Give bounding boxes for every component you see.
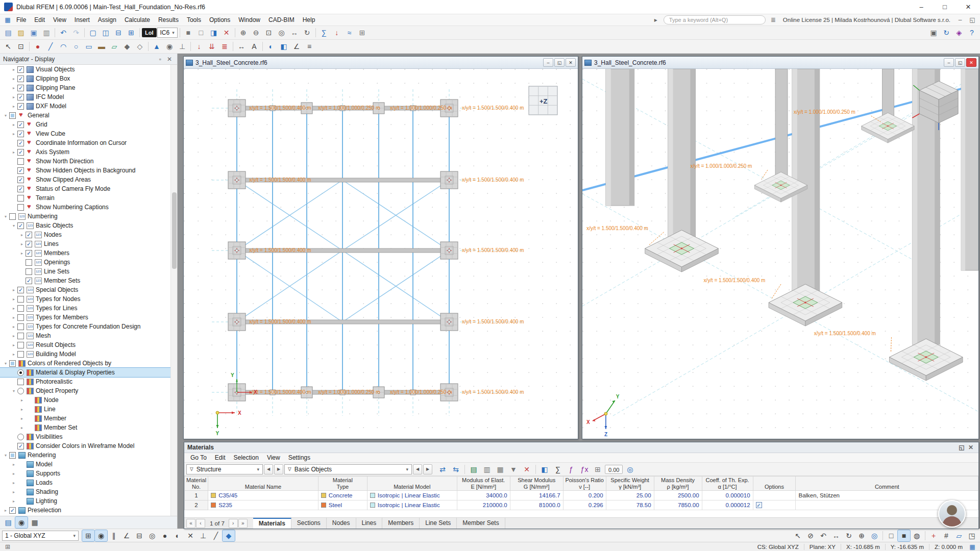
objects-filter-combo[interactable]: ∇ Basic Objects ▾ (284, 464, 412, 474)
materials-menu-edit[interactable]: Edit (211, 453, 230, 462)
checkbox[interactable] (17, 204, 24, 211)
zoom-in-icon[interactable]: ⊕ (237, 27, 250, 38)
tree-item-basic-objects[interactable]: ▾✓Basic Objects (0, 221, 177, 230)
circle-tool-icon[interactable]: ○ (70, 41, 82, 52)
table-follow-selection-icon[interactable]: ⇄ (436, 464, 449, 475)
expander-icon[interactable]: ▾ (2, 361, 9, 366)
orbit-icon[interactable]: ↻ (301, 27, 313, 38)
checkbox[interactable]: ✓ (17, 131, 24, 137)
tree-item-lighting[interactable]: ▸Lighting (0, 496, 177, 506)
navigator-close-icon[interactable]: ✕ (165, 56, 174, 63)
table-views-icon[interactable]: ▦ (494, 464, 506, 475)
checkbox[interactable]: ✓ (17, 66, 24, 73)
column-header-material-name[interactable]: Material Name (208, 477, 318, 491)
navigator-scrollbar[interactable] (170, 65, 177, 516)
checkbox[interactable] (26, 268, 32, 275)
tree-item-shading[interactable]: ▸Shading (0, 487, 177, 496)
expander-icon[interactable]: ▸ (10, 306, 17, 311)
tree-item-special-objects[interactable]: ▸✓Special Objects (0, 285, 177, 294)
transparent-display-icon[interactable]: ◍ (911, 530, 923, 541)
cell-type[interactable]: Concrete (318, 491, 367, 500)
expander-icon[interactable]: ▸ (10, 95, 17, 99)
prev-filter-button[interactable]: ◀ (264, 464, 273, 474)
tree-item-numbering[interactable]: ▾Numbering (0, 212, 177, 221)
cell-name[interactable]: C35/45 (208, 491, 318, 500)
next-table-button[interactable]: ▶ (423, 464, 432, 474)
snap-toggle-icon[interactable]: ◉ (95, 530, 107, 541)
search-options-icon[interactable]: ≣ (769, 16, 778, 23)
checkbox[interactable] (17, 195, 24, 202)
column-header-g-n-mm[interactable]: Shear ModulusG [N/mm²] (510, 477, 563, 491)
show-axes-icon[interactable]: + (927, 530, 940, 541)
expander-icon[interactable]: ▸ (18, 233, 26, 237)
cell-comment[interactable]: Balken, Stützen (796, 491, 978, 500)
free-load-icon[interactable]: ≣ (218, 41, 231, 52)
expander-icon[interactable]: ▸ (10, 352, 17, 357)
tree-item-grid[interactable]: ▸✓Grid (0, 120, 177, 129)
expander-icon[interactable]: ▸ (10, 490, 17, 494)
rectangle-tool-icon[interactable]: ▭ (83, 41, 95, 52)
checkbox[interactable]: ✓ (17, 94, 24, 101)
cell-alpha[interactable]: 0.000012 (702, 500, 753, 510)
menu-item-file[interactable]: File (12, 14, 30, 26)
save-icon[interactable]: ▣ (28, 27, 40, 38)
tree-item-line[interactable]: ▸Line (0, 405, 177, 414)
sum-icon[interactable]: ∑ (552, 464, 564, 475)
checkbox[interactable] (17, 379, 24, 385)
tree-item-member[interactable]: ▸Member (0, 414, 177, 423)
zoom-view-icon[interactable]: ⊕ (855, 530, 868, 541)
expander-icon[interactable]: ▸ (18, 407, 26, 412)
display-settings-icon[interactable]: ≡ (303, 41, 315, 52)
viewport1-close-button[interactable]: ✕ (566, 58, 576, 67)
tree-item-member-set[interactable]: ▸Member Set (0, 423, 177, 432)
menu-item-edit[interactable]: Edit (30, 14, 49, 26)
window-maximize-button[interactable]: □ (933, 0, 957, 14)
tree-item-status-of-camera-fly-mode[interactable]: ✓Status of Camera Fly Mode (0, 184, 177, 193)
toolbar-overflow-icon[interactable]: ▸ (651, 16, 660, 23)
line-tool-icon[interactable]: ╱ (44, 41, 57, 52)
checkbox[interactable]: ✓ (26, 241, 32, 247)
tree-item-coordinate-information-on-cursor[interactable]: ✓Coordinate Information on Cursor (0, 138, 177, 147)
checkbox[interactable] (17, 333, 24, 339)
tree-item-material-display-properties[interactable]: Material & Display Properties (0, 368, 177, 377)
checkbox[interactable] (17, 305, 24, 312)
formula-icon[interactable]: ƒ (565, 464, 577, 475)
menu-item-options[interactable]: Options (205, 14, 234, 26)
wireframe-display-icon[interactable]: □ (885, 530, 897, 541)
coordinate-system-combo[interactable]: 1 - Global XYZ ▾ (2, 531, 79, 541)
endpoint-snap-icon[interactable]: ● (159, 530, 171, 541)
functions-icon[interactable]: ƒx (578, 464, 591, 475)
expander-icon[interactable]: ▸ (10, 288, 17, 292)
tree-item-general[interactable]: ▾General (0, 111, 177, 120)
snapshot-icon[interactable]: ▣ (927, 27, 940, 38)
cell-model[interactable]: Isotropic | Linear Elastic (367, 500, 457, 510)
viewport1-maximize-button[interactable]: ◱ (554, 58, 565, 67)
cartesian-snap-icon[interactable]: ⊟ (133, 530, 145, 541)
first-page-button[interactable]: « (186, 519, 195, 528)
tab-line-sets[interactable]: Line Sets (420, 518, 457, 529)
tree-item-nodes[interactable]: ▸✓Nodes (0, 230, 177, 239)
expander-icon[interactable]: ▾ (2, 214, 9, 219)
cell-g[interactable]: 81000.0 (510, 500, 563, 510)
object-snap-icon[interactable]: ◆ (223, 530, 235, 541)
search-table-icon[interactable]: ◎ (624, 464, 636, 475)
window-quad-icon[interactable]: ⊞ (125, 27, 137, 38)
column-header-[interactable]: Poisson's Ratioν [--] (563, 477, 606, 491)
member-hinge-icon[interactable]: ◉ (163, 41, 176, 52)
menu-item-results[interactable]: Results (154, 14, 183, 26)
surface-tool-icon[interactable]: ▱ (108, 41, 120, 52)
show-numbering-icon[interactable]: # (940, 530, 952, 541)
tree-item-line-sets[interactable]: Line Sets (0, 267, 177, 276)
navigator-views-icon[interactable]: ▦ (29, 517, 41, 528)
checkbox[interactable]: ✓ (26, 232, 32, 238)
viewport2-minimize-button[interactable]: – (944, 58, 954, 67)
tree-item-member-sets[interactable]: ✓Member Sets (0, 276, 177, 285)
column-header-type[interactable]: MaterialType (318, 477, 367, 491)
tab-member-sets[interactable]: Member Sets (457, 518, 505, 529)
next-page-button[interactable]: › (229, 519, 238, 528)
mesh-icon[interactable]: ⊞ (356, 27, 369, 38)
materials-menu-settings[interactable]: Settings (284, 453, 314, 462)
checkbox[interactable] (17, 351, 24, 358)
help-icon[interactable]: ? (966, 27, 978, 38)
tab-members[interactable]: Members (382, 518, 420, 529)
